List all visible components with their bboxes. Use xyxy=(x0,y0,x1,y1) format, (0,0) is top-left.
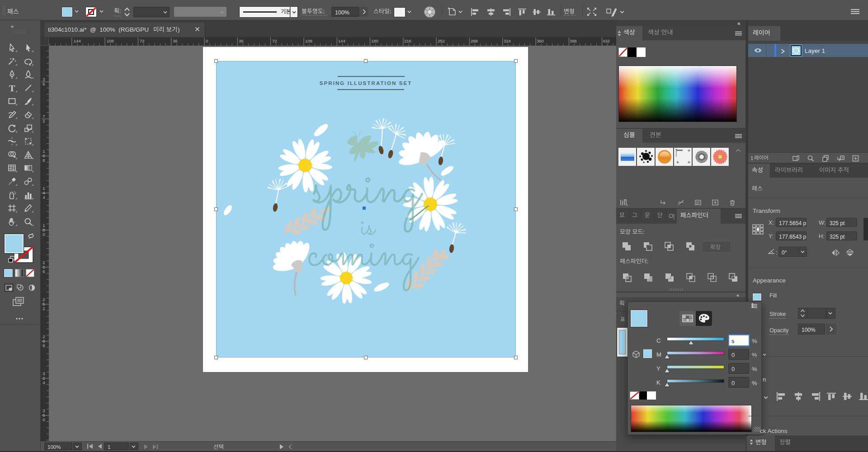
svg-text:SPRING ILLUSTRATION SET: SPRING ILLUSTRATION SET xyxy=(320,80,412,86)
svg-text:T: T xyxy=(9,83,15,93)
